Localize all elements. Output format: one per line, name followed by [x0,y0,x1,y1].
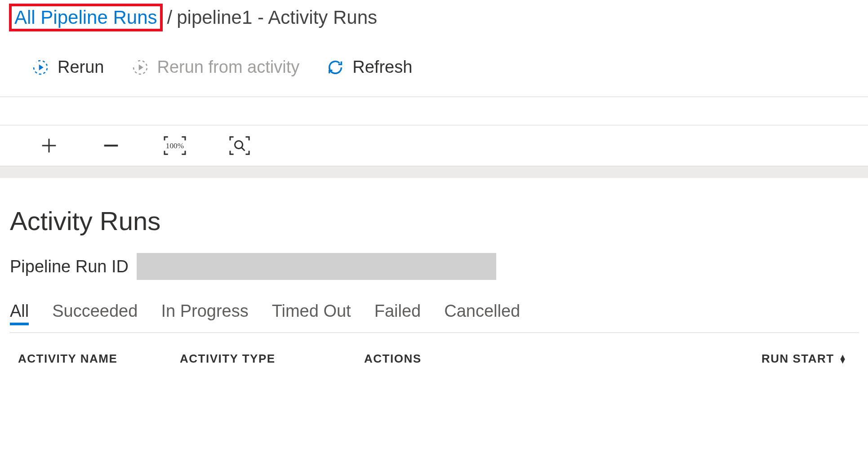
filter-tab-timed-out[interactable]: Timed Out [272,302,351,323]
filter-tab-all[interactable]: All [10,302,29,325]
pipeline-run-id-value [137,253,496,280]
canvas-divider [0,166,868,178]
breadcrumb-current: pipeline1 - Activity Runs [177,7,377,28]
sort-icon: ▲▼ [839,355,847,363]
filter-tabs: All Succeeded In Progress Timed Out Fail… [10,302,859,333]
section-title: Activity Runs [10,206,859,236]
zoom-out-button[interactable] [101,135,121,156]
filter-tab-failed[interactable]: Failed [374,302,421,323]
canvas-toolbar: 100% [0,125,868,166]
svg-marker-0 [39,64,44,70]
activity-runs-section: Activity Runs Pipeline Run ID All Succee… [0,178,868,366]
zoom-reset-button[interactable]: 100% [163,135,187,156]
refresh-button[interactable]: Refresh [326,58,412,77]
rerun-button-label: Rerun [58,58,104,77]
breadcrumb-link-all-pipeline-runs[interactable]: All Pipeline Runs [9,4,163,31]
pipeline-run-id-row: Pipeline Run ID [10,253,859,280]
refresh-button-label: Refresh [352,58,412,77]
breadcrumb: All Pipeline Runs / pipeline1 - Activity… [0,0,868,38]
column-header-activity-name[interactable]: ACTIVITY NAME [18,352,180,366]
table-header: ACTIVITY NAME ACTIVITY TYPE ACTIONS RUN … [10,333,859,366]
rerun-button[interactable]: Rerun [31,58,104,77]
column-header-activity-type[interactable]: ACTIVITY TYPE [180,352,364,366]
refresh-icon [326,58,344,76]
filter-tab-in-progress[interactable]: In Progress [161,302,248,323]
svg-point-5 [235,141,242,149]
rerun-from-activity-button-label: Rerun from activity [157,58,300,77]
toolbar: Rerun Rerun from activity Refresh [0,38,868,97]
column-header-run-start-label: RUN START [761,352,834,366]
rerun-icon [31,58,49,76]
zoom-to-fit-button[interactable] [228,135,251,156]
svg-marker-1 [138,64,143,70]
zoom-in-button[interactable] [39,135,59,156]
svg-line-6 [241,148,245,151]
filter-tab-cancelled[interactable]: Cancelled [444,302,520,323]
pipeline-run-id-label: Pipeline Run ID [10,257,129,276]
rerun-from-activity-icon [131,58,149,76]
column-header-actions[interactable]: ACTIONS [364,352,575,366]
rerun-from-activity-button: Rerun from activity [131,58,300,77]
zoom-reset-label: 100% [166,142,184,150]
filter-tab-succeeded[interactable]: Succeeded [52,302,138,323]
column-header-run-start[interactable]: RUN START ▲▼ [575,352,851,366]
breadcrumb-separator: / [167,7,173,28]
